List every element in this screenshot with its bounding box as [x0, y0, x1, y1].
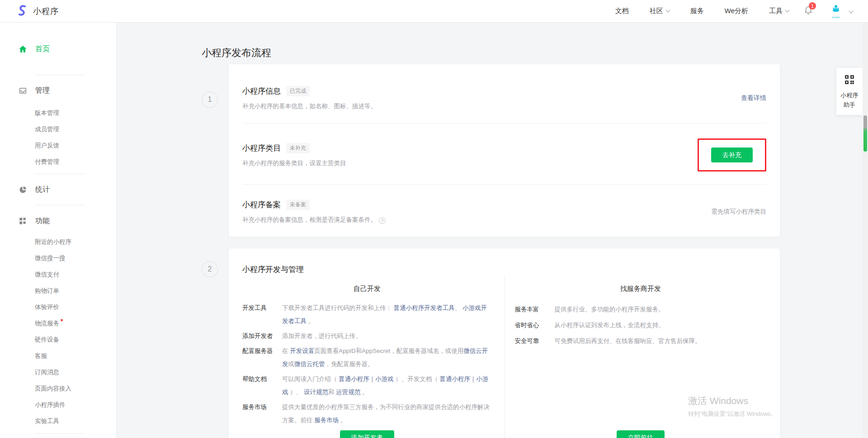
row-label: 配置服务器: [242, 344, 282, 371]
row-label: 帮助文档: [242, 372, 282, 399]
miniprogram-assistant-widget[interactable]: 小程序 助手: [836, 68, 863, 115]
red-highlight-annotation: 去补充: [698, 138, 766, 171]
row-description: 在 开发设置页面查看AppID和AppSecret，配置服务器域名，或使用微信云…: [282, 344, 492, 371]
go-complete-category-button[interactable]: 去补充: [711, 148, 753, 162]
avatar: kychakr: [829, 4, 843, 19]
intro-minigame-link[interactable]: 小游戏: [375, 376, 394, 382]
sidebar-item-shopping-orders[interactable]: 购物订单: [0, 283, 116, 299]
row-label: 添加开发者: [242, 329, 282, 343]
status-badge-not-filed: 未备案: [286, 200, 310, 210]
service-market-row: 服务市场 提供大量优质的小程序第三方服务，为不同行业的商家提供合适的小程序解决方…: [242, 400, 492, 427]
assistant-label-line1: 小程序: [838, 90, 861, 100]
sidebar-item-logistics-service[interactable]: 物流服务: [0, 315, 116, 332]
sidebar-item-hardware-devices[interactable]: 硬件设备: [0, 332, 116, 348]
sidebar-divider: [35, 205, 85, 205]
qr-code-icon: [844, 79, 855, 87]
sidebar: 首页 管理 版本管理 成员管理 用户反馈 付费管理: [0, 23, 117, 438]
cloud-hosting-link[interactable]: 微信云托管: [294, 361, 325, 367]
separator: ｜: [369, 376, 375, 382]
pie-chart-icon: [18, 186, 27, 194]
self-development-column: 自己开发 开发工具 下载开发者工具进行代码的开发和上传： 普通小程序开发者工具、…: [229, 276, 505, 438]
sidebar-item-wechat-search[interactable]: 微信搜一搜: [0, 250, 116, 267]
sidebar-section-label: 管理: [35, 86, 50, 95]
sidebar-item-customer-service[interactable]: 客服: [0, 348, 116, 364]
nav-community[interactable]: 社区: [650, 7, 670, 15]
rich-services-row: 服务丰富 提供多行业、多功能的小程序开发服务。: [515, 303, 767, 316]
main-content: 小程序发布流程 1 小程序信息 已完成 补充小程序的基本信息，如名称、图标、描述…: [117, 23, 868, 438]
row-title: 小程序类目: [242, 143, 281, 153]
separator: ｜: [470, 376, 476, 382]
service-market-link[interactable]: 服务市场: [314, 417, 339, 424]
help-question-icon[interactable]: ?: [379, 217, 386, 224]
sidebar-section-features[interactable]: 功能: [0, 213, 116, 229]
sidebar-section-manage[interactable]: 管理: [0, 82, 116, 99]
miniprogram-devtools-link[interactable]: 普通小程序开发者工具: [394, 305, 455, 311]
row-description: 下载开发者工具进行代码的开发和上传： 普通小程序开发者工具、 小游戏开发者工具 …: [282, 301, 492, 328]
logo-text: 小程序: [33, 6, 59, 17]
chevron-down-icon: [665, 8, 670, 13]
miniprogram-logo-icon: [15, 4, 29, 19]
sidebar-item-user-feedback[interactable]: 用户反馈: [0, 138, 116, 154]
sidebar-item-wechat-pay[interactable]: 微信支付: [0, 267, 116, 283]
notification-bell[interactable]: 1: [803, 5, 813, 17]
step-1-card: 小程序信息 已完成 补充小程序的基本信息，如名称、图标、描述等。 查看详情 小程…: [229, 64, 780, 237]
new-badge-dot: [61, 319, 63, 321]
row-label: 服务市场: [242, 400, 282, 427]
chevron-down-icon: [785, 8, 790, 13]
miniprogram-category-row: 小程序类目 未补充 补充小程序的服务类目，设置主营类目 去补充: [229, 124, 780, 184]
devdocs-miniprogram-link[interactable]: 普通小程序: [440, 376, 471, 382]
sidebar-item-experience-review[interactable]: 体验评价: [0, 299, 116, 315]
column-header-self-dev: 自己开发: [242, 283, 492, 294]
nav-weanalytics[interactable]: We分析: [725, 7, 748, 15]
sidebar-item-label: 首页: [35, 44, 50, 54]
row-label: 安全可靠: [515, 334, 555, 348]
row-description: 补充小程序的服务类目，设置主营类目: [242, 159, 346, 167]
row-title: 小程序备案: [242, 200, 281, 210]
help-docs-row: 帮助文档 可以阅读入门介绍（ 普通小程序｜小游戏 ）、开发文档（ 普通小程序｜小…: [242, 372, 492, 399]
row-description: 可免费试用后再支付、在线客服响应、官方售后保障。: [555, 334, 767, 348]
nav-tools[interactable]: 工具: [769, 7, 789, 15]
view-details-link[interactable]: 查看详情: [741, 94, 766, 102]
sidebar-item-miniprogram-plugins[interactable]: 小程序插件: [0, 397, 116, 413]
sidebar-item-member-management[interactable]: 成员管理: [0, 121, 116, 138]
sidebar-item-home[interactable]: 首页: [0, 41, 116, 57]
status-badge-completed: 已完成: [286, 86, 310, 96]
intro-miniprogram-link[interactable]: 普通小程序: [339, 376, 369, 382]
bell-icon: [803, 9, 813, 17]
configure-server-row: 配置服务器 在 开发设置页面查看AppID和AppSecret，配置服务器域名，…: [242, 344, 492, 371]
grid-icon: [18, 217, 27, 225]
operation-guidelines-link[interactable]: 运营规范: [336, 389, 360, 395]
dev-management-title: 小程序开发与管理: [242, 264, 766, 276]
sidebar-item-experiment-tools[interactable]: 实验工具: [0, 413, 116, 429]
row-description: 补充小程序的基本信息，如名称、图标、描述等。: [242, 102, 377, 110]
step-2-section: 2 小程序开发与管理 自己开发 开发工具 下载开发者工具进行代码的开发和上传： …: [202, 248, 780, 438]
scrollbar-thumb[interactable]: [863, 115, 867, 152]
sidebar-item-version-management[interactable]: 版本管理: [0, 105, 116, 121]
go-now-button[interactable]: 立即前往: [617, 430, 665, 438]
service-provider-column: 找服务商开发 服务丰富 提供多行业、多功能的小程序开发服务。 省时省心 从小程序…: [505, 276, 780, 438]
sidebar-group-manage: 版本管理 成员管理 用户反馈 付费管理: [0, 105, 116, 170]
time-saving-row: 省时省心 从小程序认证到发布上线，全流程支持。: [515, 319, 767, 332]
miniprogram-logo[interactable]: 小程序: [15, 4, 59, 19]
add-developer-button[interactable]: 添加开发者: [340, 430, 394, 438]
sidebar-item-page-content-access[interactable]: 页面内容接入: [0, 381, 116, 397]
step-1-number: 1: [202, 91, 218, 108]
sidebar-item-payment-management[interactable]: 付费管理: [0, 154, 116, 170]
sidebar-section-statistics[interactable]: 统计: [0, 181, 116, 198]
top-header: 小程序 文档 社区 服务 We分析 工具 1: [0, 0, 868, 23]
wechat-miniprogram-console: 小程序 文档 社区 服务 We分析 工具 1: [0, 0, 868, 438]
column-header-provider: 找服务商开发: [515, 283, 767, 294]
dev-settings-link[interactable]: 开发设置: [290, 348, 314, 354]
nav-docs[interactable]: 文档: [615, 7, 629, 15]
sidebar-item-nearby-miniprograms[interactable]: 附近的小程序: [0, 234, 116, 250]
home-icon: [18, 45, 27, 53]
row-description: 添加开发者，进行代码上传。: [282, 329, 492, 343]
nav-services[interactable]: 服务: [690, 7, 704, 15]
miniprogram-icp-filing-row: 小程序备案 未备案 补充小程序的备案信息，检测是否满足备案条件。? 需先填写小程…: [229, 185, 780, 237]
row-title: 小程序信息: [242, 86, 281, 96]
chevron-down-icon: [849, 9, 854, 14]
design-guidelines-link[interactable]: 设计规范: [304, 389, 328, 395]
sidebar-divider: [35, 75, 85, 75]
sidebar-item-subscription-messages[interactable]: 订阅消息: [0, 364, 116, 381]
account-menu[interactable]: kychakr: [829, 4, 853, 19]
